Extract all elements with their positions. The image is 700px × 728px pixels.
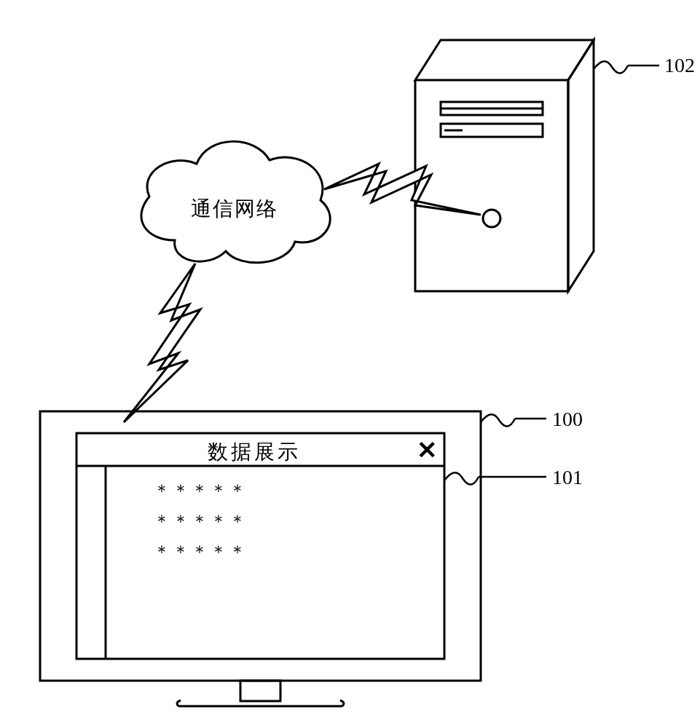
server-leader: [594, 61, 659, 73]
window-leader: [444, 472, 546, 484]
server-tower: [415, 40, 594, 291]
label-server-ref: 102: [664, 54, 695, 77]
link-cloud-to-client: [124, 264, 200, 422]
svg-point-4: [483, 210, 500, 227]
monitor-leader: [481, 414, 546, 426]
label-monitor-ref: 100: [552, 408, 583, 431]
client-window-title: 数据展示: [208, 438, 301, 466]
label-window-ref: 101: [552, 466, 583, 489]
data-row: ＊＊＊＊＊: [153, 540, 248, 563]
data-row: ＊＊＊＊＊: [153, 510, 248, 533]
diagram-svg: [0, 0, 700, 728]
close-icon[interactable]: ✕: [417, 435, 437, 464]
data-row: ＊＊＊＊＊: [153, 479, 248, 502]
svg-rect-10: [240, 681, 280, 701]
diagram-stage: 通信网络 102 100 101 数据展示 ✕ ＊＊＊＊＊ ＊＊＊＊＊ ＊＊＊＊…: [0, 0, 700, 728]
link-cloud-to-server: [324, 164, 481, 215]
cloud-label: 通信网络: [191, 195, 278, 223]
